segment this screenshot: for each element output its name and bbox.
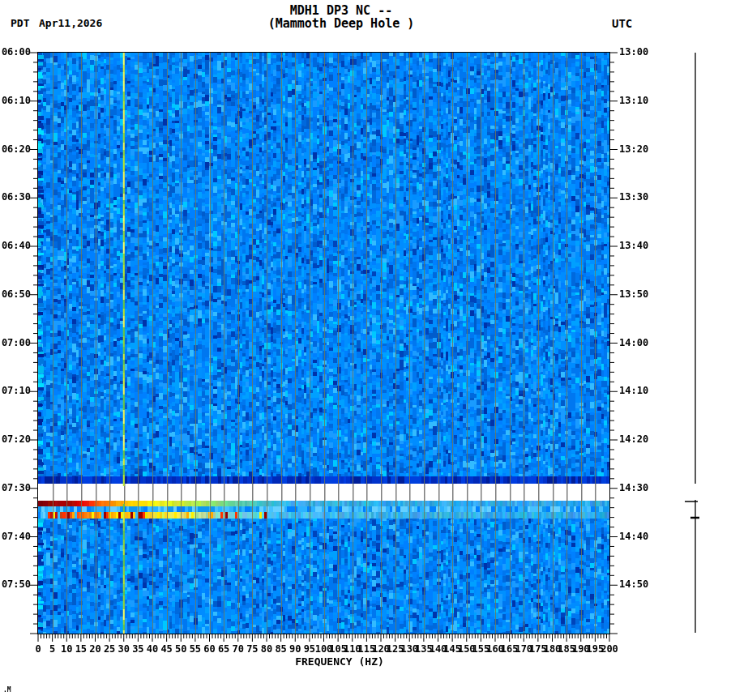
right-time-label: 14:40 — [619, 531, 648, 542]
right-time-label: 13:40 — [619, 241, 648, 251]
timezone-left-label: PDT — [11, 17, 29, 29]
freq-tick-label: 200 — [592, 644, 627, 655]
right-time-label: 14:30 — [619, 483, 648, 493]
frequency-axis-title: FREQUENCY (HZ) — [295, 655, 384, 668]
left-time-label: 07:10 — [1, 386, 31, 396]
right-time-label: 14:50 — [619, 579, 648, 590]
right-time-label: 13:20 — [619, 144, 648, 155]
right-time-label: 13:10 — [619, 96, 648, 106]
right-time-label: 13:50 — [619, 289, 648, 300]
spectrogram-heatmap — [38, 53, 609, 634]
left-time-label: 06:50 — [1, 289, 31, 300]
left-time-label: 07:40 — [1, 531, 31, 542]
right-time-label: 14:10 — [619, 386, 648, 396]
left-time-label: 06:40 — [1, 241, 31, 251]
corner-text: .M — [3, 686, 11, 694]
left-time-label: 07:30 — [1, 483, 31, 493]
date-label: Apr11,2026 — [39, 17, 102, 29]
left-time-label: 06:10 — [1, 96, 31, 106]
left-time-label: 06:20 — [1, 144, 31, 155]
left-time-label: 07:50 — [1, 579, 31, 590]
right-time-label: 13:30 — [619, 192, 648, 203]
spectrogram-screen: PDT Apr11,2026 MDH1 DP3 NC -- (Mammoth D… — [0, 0, 731, 700]
left-time-label: 06:00 — [1, 47, 31, 58]
timezone-right-label: UTC — [612, 17, 632, 30]
right-time-label: 14:20 — [619, 434, 648, 445]
left-time-label: 07:00 — [1, 338, 31, 348]
left-time-label: 06:30 — [1, 192, 31, 203]
right-time-label: 14:00 — [619, 338, 648, 348]
left-time-label: 07:20 — [1, 434, 31, 445]
station-subtitle: (Mammoth Deep Hole ) — [268, 16, 415, 31]
right-time-label: 13:00 — [619, 47, 648, 58]
